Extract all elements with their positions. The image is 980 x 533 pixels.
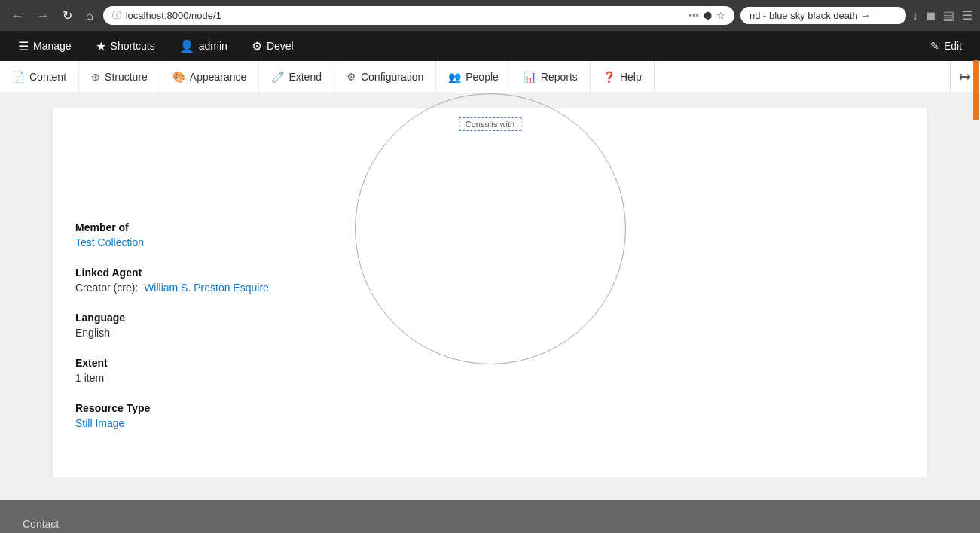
nav-content[interactable]: 📄 Content	[0, 61, 79, 93]
url-text: localhost:8000/node/1	[126, 10, 685, 21]
manage-icon: ☰	[18, 39, 29, 53]
resource-type-link[interactable]: Still Image	[75, 417, 124, 429]
admin-toolbar: ☰ Manage ★ Shortcuts 👤 admin ⚙ Devel ✎ E…	[0, 31, 980, 61]
content-card: Consults with Member of Test Collection …	[53, 108, 927, 477]
nav-structure-label: Structure	[105, 71, 148, 83]
reload-button[interactable]: ↻	[59, 7, 76, 24]
admin-menu-item[interactable]: 👤 admin	[169, 33, 238, 59]
nav-appearance[interactable]: 🎨 Appearance	[160, 61, 260, 93]
nav-content-label: Content	[29, 71, 66, 83]
nav-configuration[interactable]: ⚙ Configuration	[334, 61, 436, 93]
admin-label: admin	[199, 40, 227, 52]
shortcuts-label: Shortcuts	[111, 40, 155, 52]
scrollbar[interactable]	[972, 60, 980, 437]
star-icon[interactable]: ☆	[716, 10, 725, 21]
devel-icon: ⚙	[252, 39, 262, 53]
reports-icon: 📊	[524, 71, 536, 83]
reader-button[interactable]: ▤	[943, 8, 954, 23]
extent-value: 1 item	[75, 372, 905, 384]
appearance-icon: 🎨	[172, 71, 185, 83]
forward-button[interactable]: →	[33, 8, 53, 24]
search-text: nd - blue sky black death →	[750, 10, 870, 21]
browser-chrome: ← → ↻ ⌂ ⓘ localhost:8000/node/1 ••• ⬢ ☆ …	[0, 0, 980, 31]
more-dots: •••	[688, 10, 699, 21]
scrollbar-thumb[interactable]	[973, 60, 979, 120]
member-of-link[interactable]: Test Collection	[75, 236, 144, 248]
linked-agent-link[interactable]: William S. Preston Esquire	[144, 282, 269, 294]
nav-structure[interactable]: ⊛ Structure	[79, 61, 160, 93]
pocket-icon: ⬢	[704, 10, 712, 21]
nav-help[interactable]: ❓ Help	[591, 61, 655, 93]
shortcuts-menu-item[interactable]: ★ Shortcuts	[85, 33, 166, 59]
resource-type-value: Still Image	[75, 417, 905, 429]
consults-badge: Consults with	[459, 117, 521, 129]
configuration-icon: ⚙	[347, 71, 356, 83]
resource-type-label: Resource Type	[75, 402, 905, 414]
people-icon: 👥	[448, 71, 461, 83]
nav-reports[interactable]: 📊 Reports	[511, 61, 591, 93]
menu-button[interactable]: ☰	[962, 8, 972, 23]
library-button[interactable]: ◼	[926, 8, 936, 23]
help-icon: ❓	[603, 71, 615, 83]
search-bar[interactable]: nd - blue sky black death →	[740, 7, 906, 24]
nav-configuration-label: Configuration	[361, 71, 423, 83]
devel-menu-item[interactable]: ⚙ Devel	[241, 33, 304, 59]
back-button[interactable]: ←	[8, 8, 27, 24]
shortcuts-icon: ★	[96, 39, 106, 53]
download-button[interactable]: ↓	[912, 9, 918, 23]
nav-people-label: People	[466, 71, 499, 83]
admin-icon: 👤	[179, 39, 194, 53]
collapse-icon: ↦	[960, 69, 971, 85]
manage-label: Manage	[33, 40, 72, 52]
resource-type-section: Resource Type Still Image	[75, 402, 905, 429]
edit-label: Edit	[944, 40, 962, 52]
edit-icon: ✎	[930, 40, 939, 52]
home-button[interactable]: ⌂	[82, 8, 97, 24]
extend-icon: 🧷	[271, 71, 284, 83]
address-bar[interactable]: ⓘ localhost:8000/node/1 ••• ⬢ ☆	[103, 6, 734, 25]
nav-extend[interactable]: 🧷 Extend	[259, 61, 334, 93]
structure-icon: ⊛	[91, 71, 100, 83]
nav-extend-label: Extend	[289, 71, 322, 83]
manage-menu-item[interactable]: ☰ Manage	[8, 33, 82, 59]
nav-appearance-label: Appearance	[190, 71, 247, 83]
browser-actions: ↓ ◼ ▤ ☰	[912, 8, 972, 23]
info-icon: ⓘ	[112, 9, 121, 22]
edit-button[interactable]: ✎ Edit	[920, 34, 972, 58]
page-wrapper: Consults with Member of Test Collection …	[0, 93, 980, 500]
footer: Contact	[0, 500, 980, 533]
linked-agent-prefix: Creator (cre):	[75, 282, 138, 294]
nav-people[interactable]: 👥 People	[436, 61, 511, 93]
main-nav: 📄 Content ⊛ Structure 🎨 Appearance 🧷 Ext…	[0, 61, 980, 93]
nav-reports-label: Reports	[541, 71, 578, 83]
devel-label: Devel	[267, 40, 294, 52]
content-icon: 📄	[12, 71, 25, 83]
contact-label: Contact	[23, 518, 59, 530]
diagram-area: Consults with	[75, 123, 905, 221]
nav-help-label: Help	[620, 71, 642, 83]
admin-toolbar-left: ☰ Manage ★ Shortcuts 👤 admin ⚙ Devel	[8, 33, 304, 59]
